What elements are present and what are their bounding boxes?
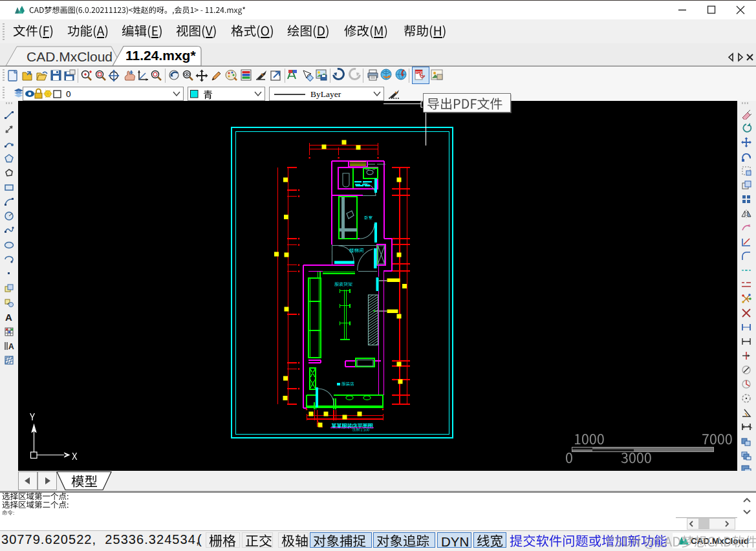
svg-text:A: A: [8, 342, 14, 351]
svg-text:PDF: PDF: [416, 70, 424, 74]
svg-text:A: A: [5, 312, 12, 322]
